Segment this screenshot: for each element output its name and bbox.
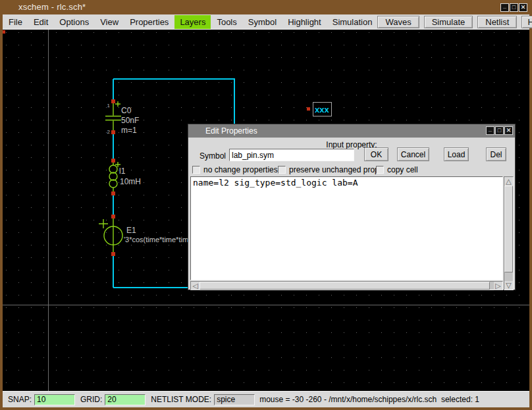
capacitor-mult: m=1 (121, 126, 137, 135)
vertical-scrollbar[interactable]: △ ▽ (504, 176, 514, 290)
horizontal-scroll-thumb[interactable] (200, 282, 490, 290)
capacitor-pin-2 (111, 130, 115, 134)
capacitor-ref: C0 (121, 106, 132, 115)
inductor-value: 10mH (120, 177, 141, 186)
copy-cell-label: copy cell (387, 165, 418, 174)
minimize-icon: _ (503, 3, 506, 9)
netlist-mode-input[interactable] (214, 394, 255, 405)
source-value: '3*cos(time*time*time* (124, 236, 196, 243)
window-titlebar[interactable]: xschem - rlc.sch* _ □ ✕ (0, 0, 532, 14)
maximize-icon: □ (498, 127, 501, 134)
source-ref: E1 (126, 226, 136, 235)
symbol-input[interactable] (229, 149, 354, 161)
waves-button[interactable]: Waves (377, 16, 419, 28)
net-label-text: xxx (315, 105, 329, 115)
menu-item-simulation[interactable]: Simulation (327, 15, 378, 29)
scroll-down-icon[interactable]: ▽ (504, 281, 513, 290)
capacitor-pin-1 (111, 99, 115, 103)
dialog-maximize-button[interactable]: □ (495, 126, 504, 135)
capacitor-pin2-number: 2 (107, 129, 111, 135)
menu-item-properties[interactable]: Properties (124, 15, 174, 29)
source-pin-bottom (111, 252, 115, 256)
scroll-left-icon[interactable]: ◁ (191, 282, 200, 290)
window-minimize-button[interactable]: _ (500, 3, 509, 12)
origin-marker (3, 30, 5, 34)
close-icon: ✕ (521, 4, 526, 11)
dialog-controls: _ □ ✕ (486, 126, 513, 135)
no-change-properties-checkbox[interactable] (192, 166, 200, 174)
load-button[interactable]: Load (444, 147, 469, 161)
xschem-window: xschem - rlc.sch* _ □ ✕ File Edit Option… (0, 0, 532, 410)
grid-label: GRID: (80, 395, 102, 404)
copy-cell-option: copy cell (376, 165, 418, 174)
vertical-scroll-thumb[interactable] (504, 186, 513, 272)
symbol-label: Symbol (200, 151, 226, 161)
properties-textarea[interactable]: name=l2 sig_type=std_logic lab=A (190, 176, 503, 280)
menu-item-symbol[interactable]: Symbol (243, 15, 282, 29)
window-close-button[interactable]: ✕ (519, 3, 527, 12)
netlist-button[interactable]: Netlist (477, 16, 517, 28)
copy-cell-checkbox[interactable] (376, 166, 384, 174)
menu-item-tools[interactable]: Tools (211, 15, 242, 29)
dialog-close-button[interactable]: ✕ (504, 126, 513, 135)
voltage-source-E1[interactable]: E1 '3*cos(time*time*time* (99, 215, 196, 256)
window-maximize-button[interactable]: □ (510, 3, 518, 12)
preserve-unchanged-props-checkbox[interactable] (278, 166, 286, 174)
capacitor-value: 50nF (121, 116, 139, 125)
ok-button[interactable]: OK (364, 147, 388, 161)
minimize-icon: _ (489, 126, 492, 132)
inductor-l1[interactable]: l1 10mH (109, 159, 141, 195)
maximize-icon: □ (512, 4, 516, 11)
snap-input[interactable] (34, 394, 75, 405)
menu-item-layers[interactable]: Layers (174, 15, 211, 29)
menu-item-highlight[interactable]: Highlight (282, 15, 327, 29)
menubar: File Edit Options View Properties Layers… (3, 14, 529, 30)
no-change-properties-option: no change properties (192, 165, 278, 174)
inductor-pin-bottom (111, 192, 115, 195)
grid-input[interactable] (105, 394, 146, 405)
capacitor-pin1-number: 1 (107, 103, 111, 109)
inductor-coil-2 (109, 172, 117, 180)
del-button[interactable]: Del (486, 147, 506, 161)
scroll-up-icon[interactable]: △ (504, 177, 513, 186)
mouse-info: mouse = -30 -260 - /mnt/x/home/schippes/… (259, 395, 479, 404)
statusbar: SNAP: GRID: NETLIST MODE: mouse = -30 -2… (3, 391, 529, 407)
net-label-xxx[interactable]: xxx (307, 103, 332, 116)
menu-item-options[interactable]: Options (54, 15, 94, 29)
schematic-canvas[interactable]: 1 2 C0 50nF m=1 l1 10mH (3, 30, 529, 391)
dialog-title: Edit Properties (205, 124, 257, 138)
preserve-unchanged-props-option: preserve unchanged props (278, 165, 383, 174)
netlist-mode-label: NETLIST MODE: (151, 395, 211, 404)
window-title: xschem - rlc.sch* (18, 0, 86, 14)
preserve-unchanged-props-label: preserve unchanged props (289, 165, 383, 174)
capacitor-C0[interactable]: 1 2 C0 50nF m=1 (105, 99, 139, 135)
menu-item-view[interactable]: View (95, 15, 124, 29)
cancel-button[interactable]: Cancel (397, 147, 429, 161)
horizontal-scrollbar[interactable]: ◁ ▷ (190, 281, 503, 290)
inductor-coil-1 (109, 165, 117, 173)
menu-item-edit[interactable]: Edit (28, 15, 53, 29)
inductor-coil-3 (109, 180, 117, 188)
source-leads (99, 218, 113, 252)
scroll-right-icon[interactable]: ▷ (494, 282, 502, 290)
no-change-properties-label: no change properties (203, 165, 278, 174)
net-label-pin (307, 107, 310, 111)
window-controls: _ □ ✕ (500, 3, 527, 12)
source-pin-top (111, 215, 115, 218)
menu-item-file[interactable]: File (3, 15, 28, 29)
snap-label: SNAP: (8, 395, 32, 404)
help-button[interactable]: Help (521, 16, 532, 28)
close-icon: ✕ (506, 127, 512, 134)
edit-properties-dialog: Edit Properties _ □ ✕ Input property: Sy… (188, 124, 516, 290)
inductor-pin-top (111, 159, 115, 163)
inductor-ref: l1 (119, 167, 126, 176)
simulate-button[interactable]: Simulate (424, 16, 473, 28)
dialog-titlebar[interactable]: Edit Properties _ □ ✕ (188, 124, 515, 138)
dialog-minimize-button[interactable]: _ (486, 126, 494, 135)
